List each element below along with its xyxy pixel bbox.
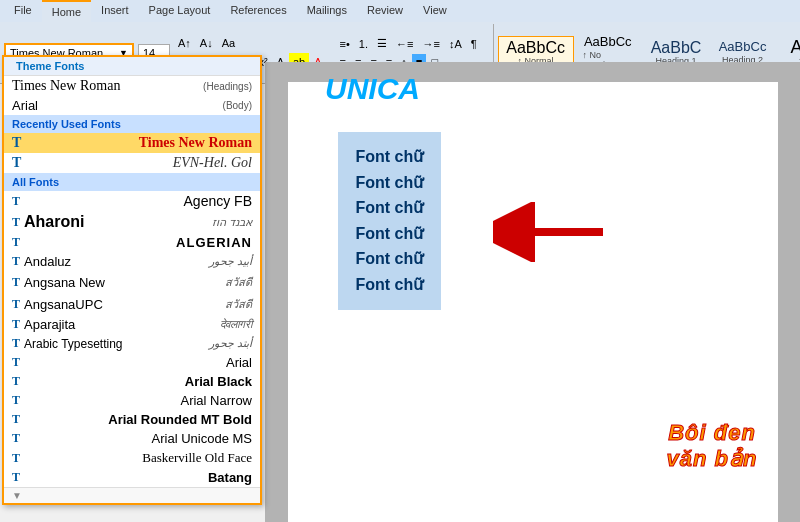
change-case-btn[interactable]: Aa bbox=[218, 35, 239, 51]
theme-font-name-2: Arial bbox=[12, 98, 38, 113]
font-name-arial-rounded: Arial Rounded MT Bold bbox=[108, 412, 252, 427]
font-icon-arial-rounded: T bbox=[12, 412, 20, 427]
font-chu-line-2: Font chữ bbox=[356, 170, 424, 196]
show-marks-btn[interactable]: ¶ bbox=[467, 35, 481, 52]
theme-fonts-label: Theme Fonts bbox=[8, 58, 92, 74]
font-icon-angsana: T bbox=[12, 275, 20, 290]
font-item-times-recent[interactable]: T Times New Roman bbox=[4, 133, 260, 153]
font-item-aparajita[interactable]: T Aparajita देवलागरी bbox=[4, 315, 260, 334]
red-arrow bbox=[493, 202, 613, 265]
font-dropdown: Theme Fonts Times New Roman (Headings) A… bbox=[2, 55, 262, 505]
all-fonts-label: All Fonts bbox=[4, 173, 260, 191]
font-icon-arial-narrow: T bbox=[12, 393, 20, 408]
sort-btn[interactable]: ↕A bbox=[445, 35, 466, 52]
increase-font-btn[interactable]: A↑ bbox=[174, 35, 195, 51]
theme-font-badge-1: (Headings) bbox=[203, 81, 252, 92]
tab-file[interactable]: File bbox=[4, 0, 42, 22]
font-chu-line-4: Font chữ bbox=[356, 221, 424, 247]
decrease-font-btn[interactable]: A↓ bbox=[196, 35, 217, 51]
tab-view[interactable]: View bbox=[413, 0, 457, 22]
recent-font-name-2: EVN-Hel. Gol bbox=[173, 155, 252, 171]
tab-references[interactable]: References bbox=[220, 0, 296, 22]
font-item-arial-rounded[interactable]: T Arial Rounded MT Bold bbox=[4, 410, 260, 429]
font-item-algerian[interactable]: T ALGERIAN bbox=[4, 233, 260, 252]
tab-review[interactable]: Review bbox=[357, 0, 413, 22]
font-icon-algerian: T bbox=[12, 235, 20, 250]
font-item-agency[interactable]: T Agency FB bbox=[4, 191, 260, 211]
font-icon-aharoni: T bbox=[12, 215, 20, 230]
bullets-btn[interactable]: ≡• bbox=[336, 35, 354, 52]
font-name-aharoni: Aharoni bbox=[24, 213, 84, 231]
theme-font-name-1: Times New Roman bbox=[12, 78, 120, 94]
recent-font-icon-1: T bbox=[12, 135, 21, 151]
font-icon-angsanaupc: T bbox=[12, 297, 20, 312]
unica-watermark: unica bbox=[325, 72, 420, 106]
numbering-btn[interactable]: 1. bbox=[355, 35, 372, 52]
font-icon-arabic: T bbox=[12, 336, 20, 351]
style-no-spacing-preview: AaBbCc bbox=[584, 35, 632, 49]
font-name-baskerville: Baskerville Old Face bbox=[142, 450, 252, 466]
font-chu-line-5: Font chữ bbox=[356, 246, 424, 272]
font-item-angsanaupc[interactable]: T AngsanaUPC สวัสดี bbox=[4, 293, 260, 315]
font-chu-line-1: Font chữ bbox=[356, 144, 424, 170]
font-item-evn[interactable]: T EVN-Hel. Gol bbox=[4, 153, 260, 173]
font-chu-box: Font chữ Font chữ Font chữ Font chữ Font… bbox=[338, 132, 442, 310]
font-preview-angsana: สวัสดี bbox=[225, 273, 252, 291]
font-name-angsanaupc: AngsanaUPC bbox=[24, 297, 103, 312]
font-item-arial-all[interactable]: T Arial bbox=[4, 353, 260, 372]
font-preview-andalus: أبيد جحور bbox=[209, 255, 252, 268]
font-icon-baskerville: T bbox=[12, 451, 20, 466]
font-icon-arial-all: T bbox=[12, 355, 20, 370]
font-item-times-theme[interactable]: Times New Roman (Headings) bbox=[4, 76, 260, 96]
font-icon-andalus: T bbox=[12, 254, 20, 269]
arrow-svg bbox=[493, 202, 613, 262]
font-icon-arial-black: T bbox=[12, 374, 20, 389]
font-icon-batang: T bbox=[12, 470, 20, 485]
font-item-arial-narrow[interactable]: T Arial Narrow bbox=[4, 391, 260, 410]
style-title-preview: AaB bbox=[791, 38, 800, 58]
font-name-arabic: Arabic Typesetting bbox=[24, 337, 123, 351]
tab-mailings[interactable]: Mailings bbox=[297, 0, 357, 22]
font-name-angsana: Angsana New bbox=[24, 275, 105, 290]
font-item-batang[interactable]: T Batang bbox=[4, 468, 260, 487]
font-name-aparajita: Aparajita bbox=[24, 317, 75, 332]
font-icon-aparajita: T bbox=[12, 317, 20, 332]
style-heading1-preview: AaBbC bbox=[651, 39, 702, 57]
font-name-arial-narrow: Arial Narrow bbox=[180, 393, 252, 408]
theme-font-badge-2: (Body) bbox=[223, 100, 252, 111]
recent-font-icon-2: T bbox=[12, 155, 21, 171]
viet-line-2: văn bản bbox=[667, 446, 758, 472]
font-name-arial-all: Arial bbox=[226, 355, 252, 370]
decrease-indent-btn[interactable]: ←≡ bbox=[392, 35, 417, 52]
font-preview-aharoni: אבנד הוז bbox=[212, 216, 252, 229]
font-item-arial-black[interactable]: T Arial Black bbox=[4, 372, 260, 391]
font-icon-arial-unicode: T bbox=[12, 431, 20, 446]
recent-font-name-1: Times New Roman bbox=[139, 135, 252, 151]
ribbon-tabs: File Home Insert Page Layout References … bbox=[0, 0, 800, 22]
font-preview-arabic: أبتد جحور bbox=[209, 337, 252, 350]
tab-page-layout[interactable]: Page Layout bbox=[139, 0, 221, 22]
multilevel-btn[interactable]: ☰ bbox=[373, 35, 391, 52]
font-name-andalus: Andaluz bbox=[24, 254, 71, 269]
tab-insert[interactable]: Insert bbox=[91, 0, 139, 22]
font-item-aharoni[interactable]: T Aharoni אבנד הוז bbox=[4, 211, 260, 233]
font-name-agency: Agency FB bbox=[184, 193, 252, 209]
style-normal-preview: AaBbCc bbox=[506, 39, 565, 57]
font-item-angsana[interactable]: T Angsana New สวัสดี bbox=[4, 271, 260, 293]
font-item-baskerville[interactable]: T Baskerville Old Face bbox=[4, 448, 260, 468]
dropdown-more-hint: ▼ bbox=[4, 487, 260, 503]
font-icon-agency: T bbox=[12, 194, 20, 209]
font-name-arial-unicode: Arial Unicode MS bbox=[152, 431, 252, 446]
viet-annotation: Bôi đen văn bản bbox=[667, 420, 758, 472]
document-page: Font chữ Font chữ Font chữ Font chữ Font… bbox=[288, 82, 778, 522]
viet-line-1: Bôi đen bbox=[667, 420, 758, 446]
font-item-arial-unicode[interactable]: T Arial Unicode MS bbox=[4, 429, 260, 448]
font-name-algerian: ALGERIAN bbox=[176, 235, 252, 250]
font-chu-line-3: Font chữ bbox=[356, 195, 424, 221]
font-item-arabic[interactable]: T Arabic Typesetting أبتد جحور bbox=[4, 334, 260, 353]
font-item-andalus[interactable]: T Andaluz أبيد جحور bbox=[4, 252, 260, 271]
increase-indent-btn[interactable]: →≡ bbox=[418, 35, 443, 52]
tab-home[interactable]: Home bbox=[42, 0, 91, 22]
font-name-batang: Batang bbox=[208, 470, 252, 485]
font-item-arial-theme[interactable]: Arial (Body) bbox=[4, 96, 260, 115]
